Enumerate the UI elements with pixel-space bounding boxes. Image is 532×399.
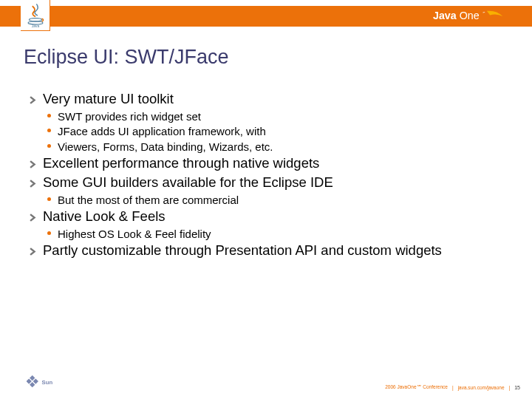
svg-rect-9	[30, 382, 35, 387]
java-logo: Java	[21, 0, 50, 31]
chevron-icon	[30, 208, 43, 225]
bullet-text: Excellent performance through native wid…	[43, 154, 319, 172]
javaone-logo: JavaOne ℠	[426, 7, 514, 26]
bullet-item: Some GUI builders available for the Ecli…	[30, 174, 510, 191]
java-cup-icon: Java	[24, 3, 47, 28]
chevron-icon	[30, 242, 43, 259]
svg-text:Java: Java	[31, 24, 39, 28]
dot-icon	[47, 109, 58, 117]
bullet-text: Some GUI builders available for the Ecli…	[43, 174, 333, 191]
header-bar: Java JavaOne ℠	[0, 0, 532, 33]
sub-text: JFace adds UI application framework, wit…	[58, 124, 266, 139]
bullet-item: Excellent performance through native wid…	[30, 154, 510, 172]
dot-icon	[47, 227, 58, 235]
svg-text:℠: ℠	[482, 11, 485, 15]
chevron-icon	[30, 174, 43, 191]
svg-rect-7	[33, 378, 38, 383]
svg-text:Java: Java	[433, 10, 457, 21]
bullet-item: Very mature UI toolkit	[30, 90, 510, 108]
slide-body: Very mature UI toolkit SWT provides rich…	[30, 90, 510, 261]
sub-bullet: Highest OS Look & Feel fidelity	[47, 227, 510, 242]
separator-icon: |	[452, 385, 454, 390]
chevron-icon	[30, 154, 43, 171]
bullet-text: Native Look & Feels	[43, 208, 166, 225]
sub-text: Viewers, Forms, Data binding, Wizards, e…	[58, 140, 273, 154]
bullet-item: Partly customizable through Presentation…	[30, 242, 510, 259]
dot-icon	[47, 124, 58, 132]
footer-url: java.sun.com/javaone	[458, 385, 505, 390]
sub-bullet: But the most of them are commercial	[47, 193, 510, 208]
sub-text: Highest OS Look & Feel fidelity	[58, 227, 211, 242]
slide-footer: Sun 2006 JavaOne℠ Conference | java.sun.…	[0, 377, 532, 393]
slide-title: Eclipse UI: SWT/JFace	[24, 46, 229, 69]
javaone-wordmark-icon: JavaOne ℠	[426, 9, 514, 24]
sub-bullet: JFace adds UI application framework, wit…	[47, 124, 510, 139]
svg-text:Sun: Sun	[42, 379, 53, 386]
svg-rect-6	[30, 375, 35, 381]
sub-text: SWT provides rich widget set	[58, 109, 201, 124]
separator-icon: |	[509, 385, 511, 390]
footer-meta: 2006 JavaOne℠ Conference | java.sun.com/…	[385, 384, 520, 390]
sun-logo-icon: Sun	[27, 375, 69, 389]
page-number: 15	[514, 385, 520, 390]
svg-rect-8	[27, 378, 32, 383]
bullet-text: Very mature UI toolkit	[43, 90, 174, 108]
footer-conf: 2006 JavaOne℠ Conference	[385, 384, 448, 390]
bullet-item: Native Look & Feels	[30, 208, 510, 225]
sub-text: But the most of them are commercial	[58, 193, 239, 208]
svg-point-1	[28, 21, 43, 24]
sub-bullet: SWT provides rich widget set	[47, 109, 510, 124]
bullet-text: Partly customizable through Presentation…	[43, 242, 442, 259]
chevron-icon	[30, 90, 43, 107]
dot-icon	[47, 193, 58, 201]
sun-logo: Sun	[27, 375, 69, 392]
svg-text:One: One	[460, 10, 480, 21]
dot-icon	[47, 140, 58, 148]
sub-bullet: Viewers, Forms, Data binding, Wizards, e…	[47, 140, 510, 154]
